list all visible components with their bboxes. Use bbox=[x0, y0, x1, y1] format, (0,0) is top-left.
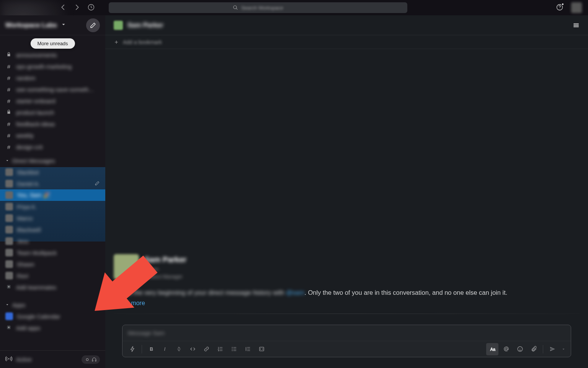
channel-item[interactable]: #design-crit bbox=[0, 141, 105, 153]
channel-item[interactable]: #weekly bbox=[0, 130, 105, 141]
channel-item[interactable]: #random bbox=[0, 72, 105, 84]
dm-item[interactable]: Priya K. bbox=[0, 201, 105, 212]
send-button[interactable] bbox=[546, 343, 559, 355]
help-button[interactable] bbox=[556, 3, 564, 12]
channel-item[interactable]: #starter-onboard bbox=[0, 95, 105, 107]
dm-intro-prefix: This is the very beginning of your direc… bbox=[114, 289, 286, 296]
dm-item[interactable]: Daniel A. bbox=[0, 178, 105, 189]
nav-forward-button[interactable] bbox=[74, 4, 80, 12]
hash-icon: # bbox=[5, 75, 12, 81]
hash-icon: # bbox=[5, 98, 12, 104]
mention-button[interactable] bbox=[500, 343, 512, 355]
svg-rect-10 bbox=[574, 25, 578, 26]
bulleted-list-icon bbox=[231, 346, 237, 352]
workspace-header[interactable]: Workspace Labs bbox=[0, 15, 105, 35]
add-teammates-item[interactable]: Add teammates bbox=[0, 281, 105, 293]
dm-item[interactable]: Slackbot bbox=[0, 166, 105, 178]
ordered-list-button[interactable] bbox=[214, 343, 226, 355]
format-toggle-button[interactable]: Aa bbox=[486, 343, 498, 355]
code-block-button[interactable] bbox=[255, 343, 268, 355]
blockquote-button[interactable] bbox=[242, 343, 254, 355]
apps-section-header[interactable]: Apps bbox=[0, 299, 105, 310]
main-pane: Sam Parker Add a bookmark Sam Parker bbox=[105, 15, 588, 368]
shortcuts-button[interactable] bbox=[126, 343, 139, 355]
sidebar: Workspace Labs More unreads announcement… bbox=[0, 15, 105, 368]
hash-icon: # bbox=[5, 121, 12, 127]
edit-icon bbox=[90, 22, 96, 29]
link-button[interactable] bbox=[200, 343, 212, 355]
message-composer: Message Sam B I bbox=[122, 325, 571, 357]
conversation-avatar[interactable] bbox=[114, 21, 123, 30]
conversation-title[interactable]: Sam Parker bbox=[127, 21, 163, 29]
channel-label: weekly bbox=[16, 132, 34, 139]
dm-item[interactable]: Ravi bbox=[0, 270, 105, 281]
attach-button[interactable] bbox=[528, 343, 540, 355]
dm-avatar bbox=[5, 260, 13, 268]
bulleted-list-button[interactable] bbox=[228, 343, 240, 355]
add-apps-item[interactable]: Add apps bbox=[0, 322, 105, 334]
italic-icon: I bbox=[162, 346, 168, 352]
bookmark-bar[interactable]: Add a bookmark bbox=[105, 35, 588, 49]
history-button[interactable] bbox=[87, 3, 95, 12]
dm-avatar bbox=[5, 226, 13, 233]
composer-toolbar: B I Aa bbox=[122, 341, 571, 357]
chevron-down-icon bbox=[562, 347, 565, 351]
more-unreads-label: More unreads bbox=[37, 41, 68, 46]
compose-new-message-button[interactable] bbox=[86, 18, 100, 32]
conversation-settings-button[interactable] bbox=[573, 19, 580, 31]
workspace-name: Workspace Labs bbox=[5, 21, 57, 29]
channel-item[interactable]: announcements bbox=[0, 49, 105, 61]
dm-item-selected[interactable]: You, Sam 🎉 bbox=[0, 189, 105, 201]
dm-item[interactable]: Jess bbox=[0, 235, 105, 247]
italic-button[interactable]: I bbox=[159, 343, 171, 355]
sidebar-scroll-area[interactable]: More unreads announcements #ops-growth-m… bbox=[0, 35, 105, 350]
messages-pane[interactable]: Sam Parker @sam Product Manager This is … bbox=[105, 49, 588, 368]
channel-item[interactable]: #see-something-save-someth… bbox=[0, 84, 105, 95]
dm-label: Marco bbox=[17, 215, 33, 222]
svg-point-5 bbox=[8, 358, 10, 360]
app-item[interactable]: Google Calendar bbox=[0, 310, 105, 322]
dm-item[interactable]: Blackwell bbox=[0, 224, 105, 235]
dm-item[interactable]: Team Multipack bbox=[0, 247, 105, 258]
broadcast-icon[interactable] bbox=[5, 355, 12, 363]
channel-label: product-launch bbox=[16, 109, 54, 116]
more-unreads-pill[interactable]: More unreads bbox=[30, 38, 75, 49]
caret-down-icon bbox=[5, 159, 9, 163]
svg-point-6 bbox=[86, 358, 88, 361]
svg-rect-9 bbox=[574, 23, 578, 24]
footer-toggle-pill[interactable] bbox=[82, 355, 100, 364]
send-options-button[interactable] bbox=[560, 347, 567, 351]
dm-item[interactable]: Shawn bbox=[0, 258, 105, 270]
bold-button[interactable]: B bbox=[145, 343, 157, 355]
dm-intro-mention[interactable]: @sam bbox=[286, 289, 304, 296]
channel-item[interactable]: #ops-growth-marketing bbox=[0, 61, 105, 72]
hash-icon: # bbox=[5, 144, 12, 150]
add-bookmark-label: Add a bookmark bbox=[123, 39, 162, 45]
footer-status-label: Active bbox=[16, 356, 32, 363]
dm-intro-description: This is the very beginning of your direc… bbox=[114, 288, 580, 297]
top-nav-bar: Search Workspace bbox=[0, 0, 588, 15]
search-bar[interactable]: Search Workspace bbox=[109, 2, 407, 13]
svg-point-20 bbox=[518, 347, 523, 352]
dm-label: Blackwell bbox=[17, 227, 41, 233]
current-user-avatar[interactable] bbox=[571, 2, 582, 13]
dm-intro-name[interactable]: Sam Parker bbox=[144, 255, 186, 264]
lightning-icon bbox=[129, 346, 136, 352]
channel-item[interactable]: product-launch bbox=[0, 107, 105, 118]
code-button[interactable] bbox=[186, 343, 199, 355]
toolbar-separator bbox=[543, 345, 543, 353]
emoji-button[interactable] bbox=[514, 343, 526, 355]
dm-label: Priya K. bbox=[17, 204, 37, 210]
dm-item[interactable]: Marco bbox=[0, 212, 105, 224]
svg-point-15 bbox=[232, 348, 232, 349]
strikethrough-button[interactable] bbox=[173, 343, 185, 355]
learn-more-link[interactable]: Learn more bbox=[114, 300, 145, 307]
code-icon bbox=[189, 346, 196, 352]
dm-section-header[interactable]: Direct Messages bbox=[0, 155, 105, 166]
composer-input[interactable]: Message Sam bbox=[122, 325, 571, 341]
dm-intro-avatar[interactable] bbox=[114, 254, 139, 279]
channel-item[interactable]: #feedback-ideas bbox=[0, 118, 105, 130]
intro-divider bbox=[114, 314, 580, 314]
help-notification-badge bbox=[561, 3, 564, 6]
nav-back-button[interactable] bbox=[60, 4, 67, 12]
